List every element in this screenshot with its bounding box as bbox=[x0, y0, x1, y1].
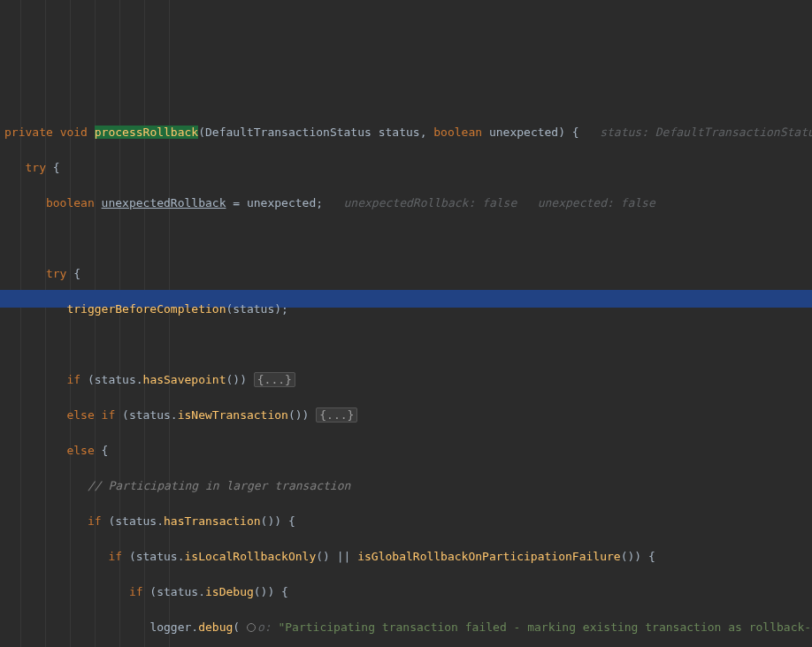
code-line[interactable]: else if (status.isNewTransaction()) {...… bbox=[0, 407, 812, 424]
param-hint-icon bbox=[247, 623, 256, 632]
code-line[interactable] bbox=[0, 336, 812, 354]
code-editor[interactable]: private void processRollback(DefaultTran… bbox=[0, 0, 812, 647]
code-line[interactable]: if (status.hasTransaction()) { bbox=[0, 513, 812, 530]
fold-region[interactable]: {...} bbox=[316, 407, 357, 422]
code-line[interactable] bbox=[0, 230, 812, 247]
code-line[interactable]: else { bbox=[0, 442, 812, 460]
code-line[interactable]: if (status.isDebug()) { bbox=[0, 583, 812, 601]
code-line[interactable]: try { bbox=[0, 265, 812, 283]
code-line[interactable]: if (status.isLocalRollbackOnly() || isGl… bbox=[0, 548, 812, 566]
code-line[interactable]: private void processRollback(DefaultTran… bbox=[0, 124, 812, 141]
method-name-highlight: processRollback bbox=[95, 126, 198, 139]
code-line[interactable]: try { bbox=[0, 159, 812, 177]
fold-region[interactable]: {...} bbox=[254, 372, 295, 387]
code-line[interactable]: logger.debug( o: "Participating transact… bbox=[0, 619, 812, 636]
inline-hint: status: DefaultTransactionStatus@8751 bbox=[600, 126, 812, 139]
code-line[interactable]: if (status.hasSavepoint()) {...} bbox=[0, 371, 812, 389]
code-line[interactable]: triggerBeforeCompletion(status); bbox=[0, 301, 812, 318]
code-line[interactable]: // Participating in larger transaction bbox=[0, 477, 812, 495]
code-line[interactable]: boolean unexpectedRollback = unexpected;… bbox=[0, 194, 812, 212]
